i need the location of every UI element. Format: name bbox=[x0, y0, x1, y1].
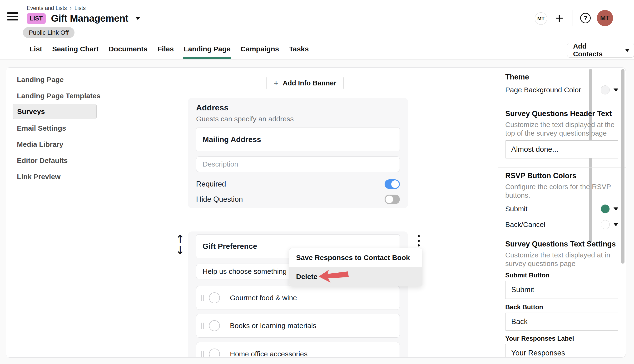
page-background-color-picker[interactable] bbox=[601, 86, 618, 94]
question-context-menu: Save Responses to Contact Book Delete bbox=[289, 248, 422, 286]
breadcrumb-separator: › bbox=[70, 5, 72, 12]
chevron-down-icon bbox=[614, 208, 618, 210]
tab-files[interactable]: Files bbox=[157, 45, 174, 59]
theme-scrollbar-thumb[interactable] bbox=[621, 69, 624, 264]
move-down-arrow-icon[interactable]: ↓ bbox=[176, 245, 185, 255]
back-button-text-input[interactable] bbox=[505, 312, 618, 331]
back-cancel-color-picker[interactable] bbox=[601, 220, 618, 229]
breadcrumb-lists[interactable]: Lists bbox=[74, 5, 86, 12]
back-cancel-color-label: Back/Cancel bbox=[505, 220, 545, 229]
kebab-menu-icon[interactable] bbox=[414, 235, 424, 246]
header-text-input[interactable] bbox=[505, 140, 618, 158]
your-responses-field-label: Your Responses Label bbox=[505, 335, 574, 342]
option-row: Gourmet food & wine bbox=[196, 286, 400, 310]
drag-handle-icon[interactable] bbox=[201, 295, 204, 301]
rsvp-colors-section-description: Configure the colors for the RSVP button… bbox=[505, 182, 620, 200]
menu-item-save-responses[interactable]: Save Responses to Contact Book bbox=[290, 248, 422, 267]
tab-list[interactable]: List bbox=[29, 45, 42, 59]
hide-question-toggle[interactable] bbox=[384, 194, 400, 204]
add-info-banner-button[interactable]: + Add Info Banner bbox=[266, 76, 344, 90]
tab-documents[interactable]: Documents bbox=[108, 45, 148, 59]
hide-question-row: Hide Question bbox=[196, 194, 400, 205]
color-swatch[interactable] bbox=[601, 220, 610, 229]
option-row: Books or learning materials bbox=[196, 314, 400, 338]
sidebar-item-media-library[interactable]: Media Library bbox=[6, 136, 101, 152]
help-icon[interactable]: ? bbox=[580, 13, 591, 23]
breadcrumb-events-and-lists[interactable]: Events and Lists bbox=[27, 5, 67, 12]
tab-tasks[interactable]: Tasks bbox=[289, 45, 310, 59]
color-swatch[interactable] bbox=[601, 204, 610, 214]
toggle-knob bbox=[391, 180, 399, 188]
header-divider bbox=[572, 10, 573, 26]
sidebar-item-link-preview[interactable]: Link Preview bbox=[6, 169, 101, 184]
reorder-controls: ↑ ↓ bbox=[174, 234, 186, 255]
add-contacts-dropdown[interactable] bbox=[621, 43, 634, 57]
add-contacts-label: Add Contacts bbox=[567, 43, 621, 57]
drag-handle-icon[interactable] bbox=[201, 351, 204, 357]
add-contacts-button[interactable]: Add Contacts bbox=[567, 43, 634, 58]
submit-button-field-label: Submit Button bbox=[505, 272, 550, 279]
drag-handle-icon[interactable] bbox=[201, 322, 204, 329]
section-divider bbox=[498, 236, 626, 236]
sidebar-item-editor-defaults[interactable]: Editor Defaults bbox=[6, 153, 101, 168]
chevron-down-icon bbox=[625, 49, 630, 52]
move-up-arrow-icon[interactable]: ↑ bbox=[176, 234, 185, 244]
address-question-card: Address Guests can specify an address Ma… bbox=[188, 98, 408, 208]
required-label: Required bbox=[196, 180, 226, 188]
your-responses-text-input[interactable] bbox=[505, 344, 618, 358]
submit-color-row: Submit bbox=[505, 204, 618, 214]
submit-color-label: Submit bbox=[505, 205, 528, 213]
sidebar-item-landing-page-templates[interactable]: Landing Page Templates bbox=[6, 88, 101, 104]
radio-button[interactable] bbox=[209, 320, 220, 331]
option-row: Home office accessories bbox=[196, 342, 400, 358]
description-input[interactable] bbox=[196, 156, 400, 172]
add-info-banner-label: Add Info Banner bbox=[283, 79, 336, 87]
content-area: Landing Page Landing Page Templates Surv… bbox=[0, 60, 634, 364]
header-text-section-title: Survey Questions Header Text bbox=[505, 110, 612, 118]
survey-editor: + Add Info Banner Address Guests can spe… bbox=[101, 68, 498, 357]
sidebar-item-email-settings[interactable]: Email Settings bbox=[6, 120, 101, 136]
user-avatar[interactable]: MT bbox=[597, 10, 613, 26]
hide-question-label: Hide Question bbox=[196, 195, 243, 204]
surveys-panel: Landing Page Landing Page Templates Surv… bbox=[6, 67, 626, 358]
radio-button[interactable] bbox=[209, 292, 220, 303]
plus-icon: + bbox=[274, 78, 278, 88]
chevron-down-icon bbox=[614, 223, 618, 226]
section-divider bbox=[498, 168, 626, 168]
landing-page-sidebar: Landing Page Landing Page Templates Surv… bbox=[6, 68, 101, 357]
page-title: Gift Management bbox=[51, 13, 128, 24]
question-subtitle: Guests can specify an address bbox=[196, 115, 294, 123]
toggle-knob bbox=[386, 196, 393, 203]
list-type-badge: LIST bbox=[27, 13, 46, 24]
tab-campaigns[interactable]: Campaigns bbox=[240, 45, 280, 59]
section-divider bbox=[498, 103, 626, 103]
radio-button[interactable] bbox=[209, 348, 220, 358]
color-swatch[interactable] bbox=[601, 86, 610, 94]
page-background-color-label: Page Background Color bbox=[505, 86, 581, 94]
add-workspace-button[interactable]: + bbox=[552, 10, 567, 26]
page-background-color-row: Page Background Color bbox=[505, 85, 618, 95]
sidebar-item-landing-page[interactable]: Landing Page bbox=[6, 72, 101, 88]
header-text-section-description: Customize the text displayed at the top … bbox=[505, 120, 620, 138]
tab-seating-chart[interactable]: Seating Chart bbox=[52, 45, 99, 59]
required-toggle[interactable] bbox=[384, 180, 400, 189]
submit-button-text-input[interactable] bbox=[505, 281, 618, 299]
menu-item-delete[interactable]: Delete bbox=[290, 267, 422, 286]
title-row: LIST Gift Management bbox=[27, 13, 140, 24]
option-label: Books or learning materials bbox=[230, 322, 316, 330]
question-label-field[interactable]: Mailing Address bbox=[196, 128, 400, 151]
hamburger-menu-icon[interactable] bbox=[7, 12, 18, 20]
title-dropdown-caret-icon[interactable] bbox=[136, 17, 140, 20]
app-header: Events and Lists › Lists LIST Gift Manag… bbox=[0, 0, 634, 60]
red-annotation-arrow-icon bbox=[318, 268, 349, 285]
theme-section-title: Theme bbox=[505, 73, 529, 81]
theme-settings-panel: Theme Page Background Color Survey Quest… bbox=[498, 68, 626, 357]
question-title: Address bbox=[196, 103, 228, 112]
submit-color-picker[interactable] bbox=[601, 204, 618, 214]
sidebar-item-surveys[interactable]: Surveys bbox=[12, 104, 96, 119]
workspace-avatar[interactable]: MT bbox=[535, 12, 547, 25]
required-row: Required bbox=[196, 179, 400, 190]
option-label: Gourmet food & wine bbox=[230, 294, 297, 302]
tab-landing-page[interactable]: Landing Page bbox=[183, 45, 231, 59]
breadcrumb: Events and Lists › Lists bbox=[27, 5, 86, 12]
